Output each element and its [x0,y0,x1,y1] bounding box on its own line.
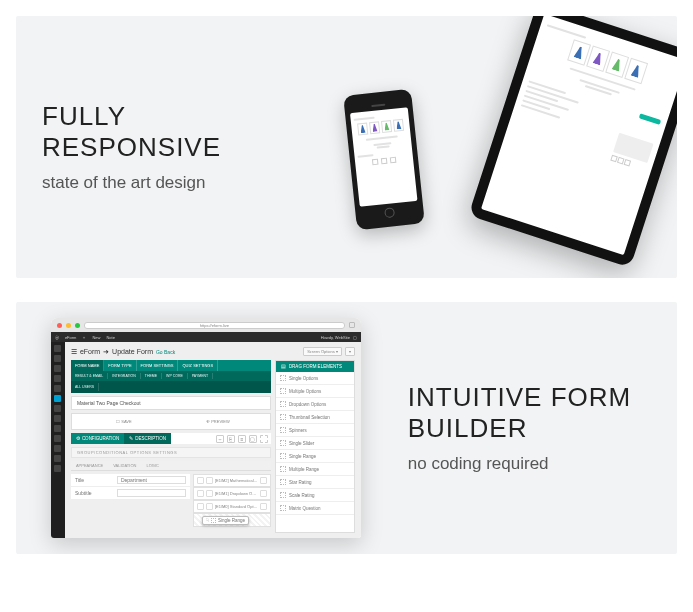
grab-cursor-icon: ☟ [206,518,209,523]
topbar-item: Note [106,335,114,340]
browser-menu-icon [349,322,355,328]
tablet-mockup [468,16,677,268]
plus-icon: ＋ [82,335,86,340]
feature-headline: FULLY RESPONSIVE [42,101,307,163]
window-close-icon [57,323,62,328]
element-item: Multiple Range [276,463,354,476]
window-max-icon [75,323,80,328]
feature-text: FULLY RESPONSIVE state of the art design [34,81,315,213]
element-item: Matrix Question [276,502,354,515]
preview-tab: 👁 PREVIEW [171,417,265,426]
toolbar-icon: ↔ [216,435,224,443]
element-item: Spinners [276,424,354,437]
arrow-right-icon: ➜ [103,348,109,356]
toolbar-icon: ▢ [249,435,257,443]
browser-chrome: https://eform.live [51,318,361,332]
sidebar-icon [54,345,61,352]
tab: FORM SETTINGS [137,360,179,371]
sidebar-icon-active [54,395,61,402]
sidebar-icon [54,415,61,422]
save-preview-row: ☐ SAVE 👁 PREVIEW [71,413,271,430]
url-bar: https://eform.live [84,322,345,329]
screen-options-button: Screen Options ▾ [303,347,342,356]
main-tabs: FORM NAME FORM TYPE FORM SETTINGS QUIZ S… [71,360,271,371]
avatar-icon: ▢ [353,335,357,340]
save-tab: ☐ SAVE [77,417,171,426]
sub-tabs: RESULT & EMAIL INTEGRATION THEME WP CORE… [71,371,271,381]
group-settings-head: GROUP/CONDITIONAL OPTIONS SETTINGS [71,447,271,458]
element-item: Single Range [276,450,354,463]
feature-subtitle: no coding required [408,454,651,474]
device-mockups [315,32,659,262]
sidebar-icon [54,375,61,382]
grey-tabs: APPEARANCE VALIDATION LOGIC [71,461,271,471]
wp-logo-icon: ⓦ [55,335,59,340]
sidebar-icon [54,385,61,392]
tab: QUIZ SETTINGS [178,360,218,371]
element-item: Single Slider [276,437,354,450]
sidebar-icon [54,355,61,362]
form-name-card: Material Two Page Checkout [71,396,271,410]
toolbar-icons: ↔ ⎘ ≡ ▢ [171,433,271,444]
configuration-tab: ⚙CONFIGURATION [71,433,124,444]
element-row: [E1/M2] Mathematical Evalua… [193,474,271,487]
feature-panel-builder: https://eform.live ⓦ eForm ＋ New Note Ho… [16,302,677,554]
feature-headline: INTUITIVE FORM BUILDER [408,382,651,444]
admin-main: ☰ eForm ➜ Update Form Go Back Screen Opt… [65,342,361,538]
field-title-row: Title Department [71,474,190,487]
toolbar-icon: ≡ [238,435,246,443]
sidebar-icon [54,425,61,432]
description-tab: ✎DESCRIPTION [124,433,171,444]
toolbar-icon [260,435,268,443]
tab: FORM TYPE [104,360,136,371]
admin-topbar: ⓦ eForm ＋ New Note Howdy, WebSite ▢ [51,332,361,342]
go-back-link: Go Back [156,349,175,355]
sidebar-icon [54,435,61,442]
element-item: Multiple Options [276,385,354,398]
topbar-user: Howdy, WebSite ▢ [321,335,357,340]
help-button: ▾ [345,347,355,356]
feature-panel-responsive: FULLY RESPONSIVE state of the art design [16,16,677,278]
drag-icon: ▤ [281,364,286,369]
sidebar-icon [54,365,61,372]
sidebar-icon [54,465,61,472]
sidebar-icon [54,455,61,462]
sub-tabs-2: ALL USERS [71,381,271,393]
element-row: [E1/M1] Dropdown Options [193,487,271,500]
feature-subtitle: state of the art design [42,173,307,193]
elements-panel: ▤DRAG FORM ELEMENTS Single Options Multi… [275,360,355,533]
admin-sidebar [51,342,65,538]
browser-mockup-wrap: https://eform.live ⓦ eForm ＋ New Note Ho… [34,318,378,538]
sidebar-icon [54,405,61,412]
field-subtitle-row: Subtitle [71,487,190,500]
tab: FORM NAME [71,360,104,371]
browser-mockup: https://eform.live ⓦ eForm ＋ New Note Ho… [51,318,361,538]
phone-mockup [343,89,425,230]
topbar-item: eForm [65,335,77,340]
form-icon: ☰ [71,348,77,356]
dragging-element: ☟Single Range [202,516,249,525]
window-min-icon [66,323,71,328]
gear-icon: ⚙ [76,436,80,441]
feature-text: INTUITIVE FORM BUILDER no coding require… [378,362,659,494]
pencil-icon: ✎ [129,436,133,441]
element-item: Single Options [276,372,354,385]
element-item: Thumbnail Selection [276,411,354,424]
config-bar: ⚙CONFIGURATION ✎DESCRIPTION ↔ ⎘ ≡ ▢ [71,433,271,444]
element-row: [E1/M0] Standard Options [193,500,271,513]
element-item: Dropdown Options [276,398,354,411]
sidebar-icon [54,445,61,452]
element-item: Scale Rating [276,489,354,502]
toolbar-icon: ⎘ [227,435,235,443]
drop-zone: ☟Single Range [193,513,271,527]
elements-panel-head: ▤DRAG FORM ELEMENTS [276,361,354,372]
element-item: Star Rating [276,476,354,489]
page-title: ☰ eForm ➜ Update Form Go Back [71,348,175,356]
topbar-item: New [92,335,100,340]
